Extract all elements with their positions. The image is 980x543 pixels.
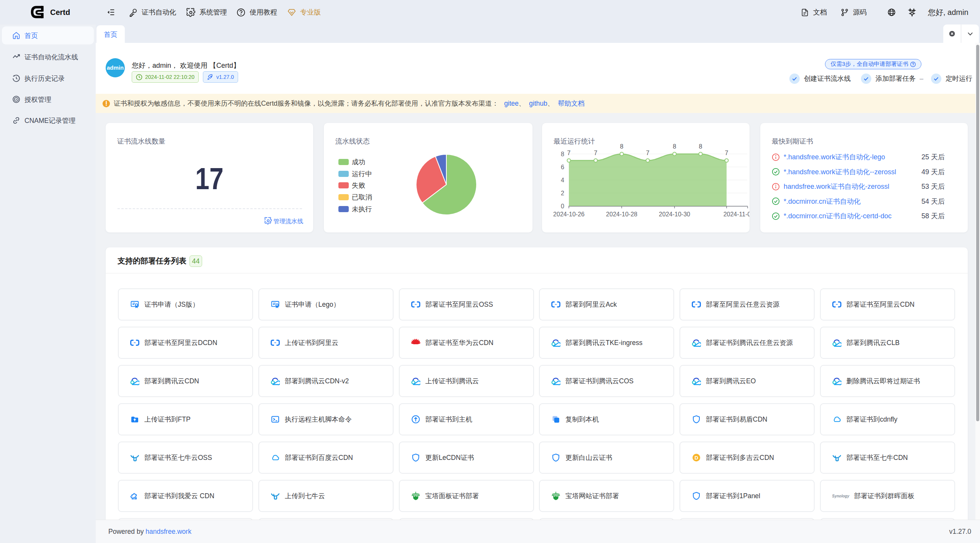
svg-text:8: 8 — [673, 143, 676, 150]
svg-text:7: 7 — [594, 150, 598, 156]
svg-text:2024-10-26: 2024-10-26 — [553, 211, 585, 218]
svg-text:8: 8 — [561, 151, 564, 157]
svg-text:2024-11-01: 2024-11-01 — [724, 211, 750, 218]
svg-text:2: 2 — [561, 190, 564, 196]
svg-text:4: 4 — [561, 177, 564, 183]
svg-text:7: 7 — [567, 150, 571, 156]
svg-text:2024-10-30: 2024-10-30 — [659, 211, 690, 218]
svg-text:0: 0 — [561, 203, 564, 209]
svg-text:2024-10-28: 2024-10-28 — [606, 211, 637, 218]
svg-text:7: 7 — [725, 150, 728, 156]
svg-text:7: 7 — [646, 150, 650, 156]
svg-text:6: 6 — [561, 164, 564, 170]
svg-text:8: 8 — [699, 143, 702, 150]
svg-text:8: 8 — [620, 143, 624, 150]
